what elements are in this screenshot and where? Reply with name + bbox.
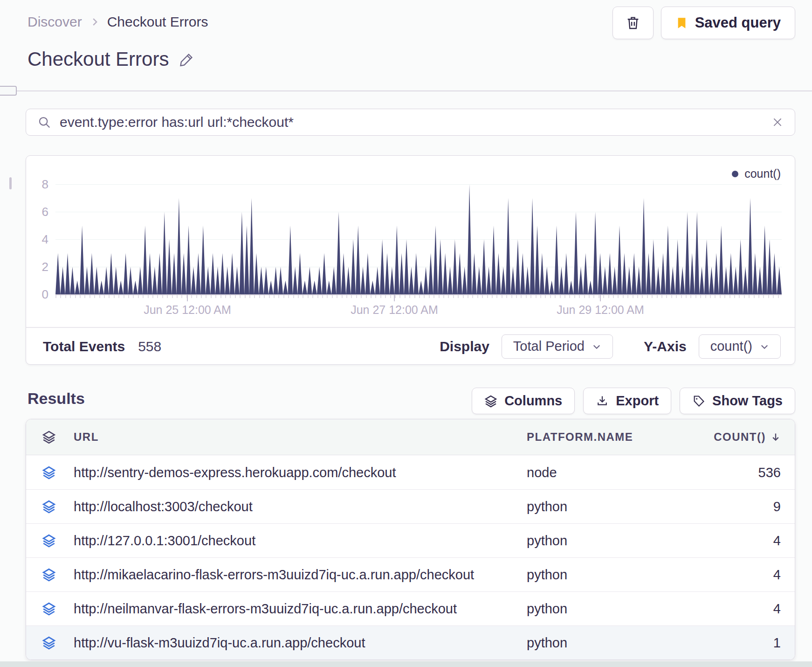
row-platform: python	[527, 635, 567, 651]
breadcrumb-discover[interactable]: Discover	[28, 14, 82, 30]
gridline-4	[55, 239, 782, 240]
export-button[interactable]: Export	[583, 388, 671, 414]
column-header-url[interactable]: URL	[74, 431, 99, 444]
gridline-2	[55, 267, 782, 267]
open-group-stack-icon[interactable]	[42, 602, 56, 616]
table-row[interactable]: http://127.0.0.1:3001/checkout python 4	[26, 523, 795, 557]
open-group-stack-icon[interactable]	[42, 568, 56, 582]
chart-controls: Display Total Period Y-Axis count()	[440, 334, 781, 359]
table-row[interactable]: http://mikaelacarino-flask-errors-m3uuiz…	[26, 557, 795, 591]
open-group-stack-icon[interactable]	[42, 500, 56, 514]
search-input[interactable]	[60, 114, 763, 130]
row-platform: python	[527, 601, 567, 617]
row-url[interactable]: http://neilmanvar-flask-errors-m3uuizd7i…	[74, 601, 457, 617]
table-row[interactable]: http://vu-flask-m3uuizd7iq-uc.a.run.app/…	[26, 625, 795, 660]
row-url[interactable]: http://127.0.0.1:3001/checkout	[74, 533, 255, 549]
row-platform: python	[527, 533, 567, 549]
x-tick-label-1: Jun 25 12:00 AM	[113, 303, 262, 317]
results-table: URL PLATFORM.NAME COUNT() http://sentry-…	[26, 419, 795, 660]
column-header-platform[interactable]: PLATFORM.NAME	[527, 431, 633, 444]
x-major-tick-1	[187, 294, 188, 301]
row-platform: node	[527, 465, 557, 480]
row-count: 1	[773, 635, 781, 651]
legend-label: count()	[744, 167, 781, 181]
legend-dot-icon	[732, 171, 738, 177]
layers-icon[interactable]	[42, 430, 56, 444]
total-events-label: Total Events	[43, 339, 125, 354]
chevron-down-icon	[592, 342, 601, 351]
left-edge-handle[interactable]	[9, 177, 12, 189]
bookmark-icon	[675, 17, 688, 29]
total-events: Total Events 558	[43, 339, 161, 354]
chevron-right-icon	[89, 17, 100, 27]
row-platform: python	[527, 499, 567, 514]
saved-query-label: Saved query	[695, 14, 781, 31]
row-platform: python	[527, 567, 567, 583]
open-group-stack-icon[interactable]	[42, 636, 56, 650]
row-count: 4	[773, 601, 781, 617]
clear-search-icon[interactable]	[771, 116, 784, 128]
y-tick-8: 8	[26, 177, 48, 192]
display-dropdown[interactable]: Total Period	[502, 334, 613, 359]
columns-label: Columns	[504, 393, 562, 409]
breadcrumb: Discover Checkout Errors	[28, 14, 208, 30]
row-count: 4	[773, 567, 781, 583]
x-tick-label-3: Jun 29 12:00 AM	[526, 303, 675, 317]
gridline-6	[55, 212, 782, 212]
show-tags-label: Show Tags	[712, 393, 783, 409]
y-tick-4: 4	[26, 232, 48, 247]
chart-panel: count() 8 6 4 2 0 Jun 25 12:00 AM Jun 27…	[26, 155, 795, 365]
row-url[interactable]: http://vu-flask-m3uuizd7iq-uc.a.run.app/…	[74, 635, 365, 651]
row-count: 9	[773, 499, 781, 514]
bottom-strip	[0, 661, 812, 667]
row-count: 536	[758, 465, 781, 480]
open-group-stack-icon[interactable]	[42, 466, 56, 479]
sort-desc-icon	[771, 432, 781, 442]
breadcrumb-current: Checkout Errors	[107, 14, 208, 30]
search-bar[interactable]	[26, 109, 795, 136]
y-tick-2: 2	[26, 259, 48, 274]
results-actions: Columns Export Show Tags	[472, 388, 795, 414]
table-header: URL PLATFORM.NAME COUNT()	[26, 419, 795, 455]
x-major-tick-2	[394, 294, 395, 301]
show-tags-button[interactable]: Show Tags	[680, 388, 795, 414]
tag-icon	[692, 395, 705, 408]
table-body: http://sentry-demos-express.herokuapp.co…	[26, 455, 795, 660]
display-label: Display	[440, 339, 489, 354]
x-axis-minor-ticks	[55, 295, 782, 298]
total-events-value: 558	[138, 339, 161, 354]
edit-title-pencil-icon[interactable]	[179, 51, 195, 67]
x-major-tick-3	[600, 294, 601, 301]
display-value: Total Period	[513, 339, 585, 354]
chart-footer: Total Events 558 Display Total Period Y-…	[26, 327, 795, 365]
table-row[interactable]: http://localhost:3003/checkout python 9	[26, 489, 795, 523]
chart-legend[interactable]: count()	[732, 167, 781, 181]
open-group-stack-icon[interactable]	[42, 534, 56, 548]
chevron-down-icon	[760, 342, 769, 351]
delete-query-button[interactable]	[612, 7, 654, 39]
row-url[interactable]: http://localhost:3003/checkout	[74, 499, 253, 514]
search-icon	[37, 115, 51, 129]
download-icon	[596, 395, 609, 408]
table-row[interactable]: http://sentry-demos-express.herokuapp.co…	[26, 455, 795, 489]
gridline-8	[55, 184, 782, 185]
header-actions: Saved query	[612, 7, 795, 39]
saved-query-button[interactable]: Saved query	[661, 7, 795, 39]
yaxis-value: count()	[710, 339, 752, 354]
column-header-count[interactable]: COUNT()	[714, 431, 781, 444]
row-url[interactable]: http://sentry-demos-express.herokuapp.co…	[74, 465, 396, 480]
sidebar-collapse-tab[interactable]	[0, 86, 17, 96]
results-heading: Results	[28, 389, 85, 408]
page-title-row: Checkout Errors	[28, 48, 195, 70]
page-title: Checkout Errors	[28, 48, 169, 70]
y-tick-6: 6	[26, 204, 48, 219]
y-tick-0: 0	[26, 287, 48, 302]
trash-icon	[625, 15, 641, 31]
row-count: 4	[773, 533, 781, 549]
yaxis-dropdown[interactable]: count()	[699, 334, 781, 359]
table-row[interactable]: http://neilmanvar-flask-errors-m3uuizd7i…	[26, 591, 795, 625]
yaxis-label: Y-Axis	[644, 339, 687, 354]
export-label: Export	[616, 393, 659, 409]
columns-button[interactable]: Columns	[472, 388, 575, 414]
row-url[interactable]: http://mikaelacarino-flask-errors-m3uuiz…	[74, 567, 474, 583]
